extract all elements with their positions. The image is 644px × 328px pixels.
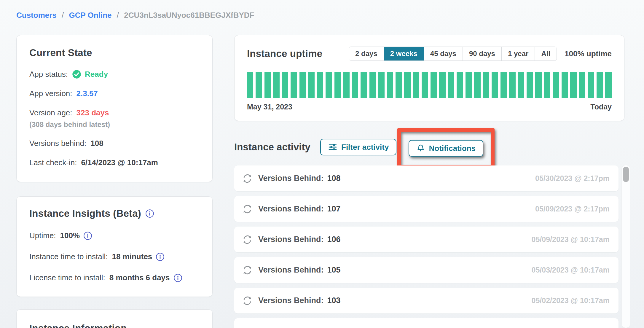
uptime-title: Instance uptime	[247, 48, 322, 59]
activity-row-label: Versions Behind:	[258, 296, 324, 305]
info-icon[interactable]	[173, 273, 182, 282]
activity-scrollbar-thumb[interactable]	[623, 167, 629, 182]
version-age-value: 323 days	[76, 108, 109, 117]
sync-icon	[242, 203, 253, 215]
uptime-end-date: Today	[590, 103, 612, 111]
instance-insights-card: Instance Insights (Beta) Uptime: 100% In…	[16, 196, 213, 297]
info-icon[interactable]	[83, 231, 92, 240]
uptime-bar	[605, 72, 611, 98]
activity-row-label: Versions Behind:	[258, 235, 324, 244]
app-version-value: 2.3.57	[76, 89, 98, 98]
version-age-note: (308 days behind latest)	[29, 120, 200, 129]
uptime-bar	[317, 72, 323, 98]
bell-icon	[416, 144, 425, 153]
breadcrumb-link-customers[interactable]: Customers	[16, 11, 57, 20]
uptime-bar	[422, 72, 428, 98]
app-status-value: Ready	[85, 70, 108, 79]
range-45-days[interactable]: 45 days	[424, 47, 463, 60]
uptime-bar	[439, 72, 445, 98]
list-item: Versions Behind: 103 05/02/2023 @ 10:17a…	[234, 288, 619, 313]
uptime-bar	[579, 72, 585, 98]
sync-icon	[242, 265, 253, 276]
uptime-start-date: May 31, 2023	[247, 103, 292, 111]
breadcrumb-separator: /	[117, 11, 119, 20]
breadcrumb-instance-id: 2CU3nL3saUNyoc61BBEGJXfBYDF	[124, 11, 254, 20]
instance-insights-title: Instance Insights (Beta)	[29, 208, 141, 219]
sync-icon	[242, 173, 253, 184]
uptime-bar	[264, 72, 271, 98]
uptime-bar	[378, 72, 384, 98]
check-circle-icon	[72, 70, 81, 79]
uptime-bar	[256, 72, 262, 98]
uptime-bar	[588, 72, 594, 98]
app-version-row: App version: 2.3.57	[29, 89, 200, 98]
info-icon[interactable]	[156, 252, 165, 261]
instance-install-row: Instance time to install: 18 minutes	[29, 252, 200, 261]
uptime-bar	[535, 72, 541, 98]
uptime-row: Uptime: 100%	[29, 231, 200, 240]
uptime-date-range: May 31, 2023 Today	[247, 103, 612, 111]
uptime-bar	[387, 72, 393, 98]
activity-row-timestamp: 05/09/2023 @ 10:17am	[532, 235, 610, 244]
list-item: Versions Behind: 108 05/30/2023 @ 2:17pm	[234, 165, 619, 191]
breadcrumb-separator: /	[62, 11, 64, 20]
current-state-card: Current State App status: Ready App vers…	[16, 35, 213, 182]
activity-row-value: 107	[327, 204, 341, 214]
notifications-button[interactable]: Notifications	[409, 140, 483, 157]
versions-behind-label: Versions behind:	[29, 139, 86, 148]
activity-row-value: 103	[327, 296, 341, 305]
license-install-row: License time to install: 8 months 6 days	[29, 273, 200, 282]
range-all[interactable]: All	[535, 47, 557, 60]
license-install-label: License time to install:	[29, 273, 105, 282]
uptime-bar	[273, 72, 279, 98]
info-icon[interactable]	[145, 209, 154, 218]
uptime-bar	[457, 72, 463, 98]
app-version-label: App version:	[29, 89, 72, 98]
range-2-days[interactable]: 2 days	[349, 47, 384, 60]
versions-behind-row: Versions behind: 108	[29, 139, 200, 148]
sync-icon	[242, 234, 253, 245]
uptime-bar	[326, 72, 332, 98]
uptime-bar	[597, 72, 603, 98]
uptime-bar	[500, 72, 507, 98]
breadcrumb: Customers / GCP Online / 2CU3nL3saUNyoc6…	[16, 11, 254, 20]
uptime-bar	[466, 72, 472, 98]
filter-activity-label: Filter activity	[341, 143, 389, 152]
last-checkin-label: Last check-in:	[29, 158, 77, 167]
activity-row-timestamp: 05/09/2023 @ 2:17pm	[535, 205, 610, 213]
uptime-bars	[247, 72, 612, 98]
uptime-total-label: 100% uptime	[565, 49, 612, 58]
instance-uptime-card: Instance uptime 2 days 2 weeks 45 days 9…	[234, 35, 624, 121]
uptime-bar	[369, 72, 376, 98]
range-90-days[interactable]: 90 days	[463, 47, 501, 60]
range-1-year[interactable]: 1 year	[501, 47, 535, 60]
notifications-label: Notifications	[429, 144, 476, 153]
breadcrumb-link-customer[interactable]: GCP Online	[69, 11, 112, 20]
versions-behind-value: 108	[90, 139, 103, 148]
instance-information-title: Instance Information	[29, 323, 200, 328]
instance-install-value: 18 minutes	[112, 252, 152, 261]
range-2-weeks[interactable]: 2 weeks	[384, 47, 424, 60]
page: Customers / GCP Online / 2CU3nL3saUNyoc6…	[0, 0, 644, 328]
activity-scrollbar-track[interactable]	[621, 165, 630, 328]
uptime-bar	[413, 72, 419, 98]
sync-icon	[242, 295, 253, 306]
activity-row-value: 105	[327, 265, 341, 275]
uptime-bar	[509, 72, 515, 98]
uptime-bar	[562, 72, 568, 98]
uptime-bar	[570, 72, 576, 98]
uptime-bar	[518, 72, 524, 98]
version-age-row: Version age: 323 days	[29, 108, 200, 117]
filter-activity-button[interactable]: Filter activity	[320, 139, 396, 155]
instance-install-label: Instance time to install:	[29, 252, 108, 261]
uptime-bar	[308, 72, 314, 98]
activity-row-label: Versions Behind:	[258, 174, 324, 183]
uptime-bar	[352, 72, 358, 98]
uptime-bar	[334, 72, 341, 98]
activity-row-label: Versions Behind:	[258, 265, 324, 275]
activity-row-value: 106	[327, 235, 341, 244]
uptime-bar	[343, 72, 349, 98]
uptime-bar	[396, 72, 402, 98]
uptime-header: Instance uptime 2 days 2 weeks 45 days 9…	[247, 47, 612, 61]
activity-row-timestamp: 05/30/2023 @ 2:17pm	[535, 174, 610, 183]
